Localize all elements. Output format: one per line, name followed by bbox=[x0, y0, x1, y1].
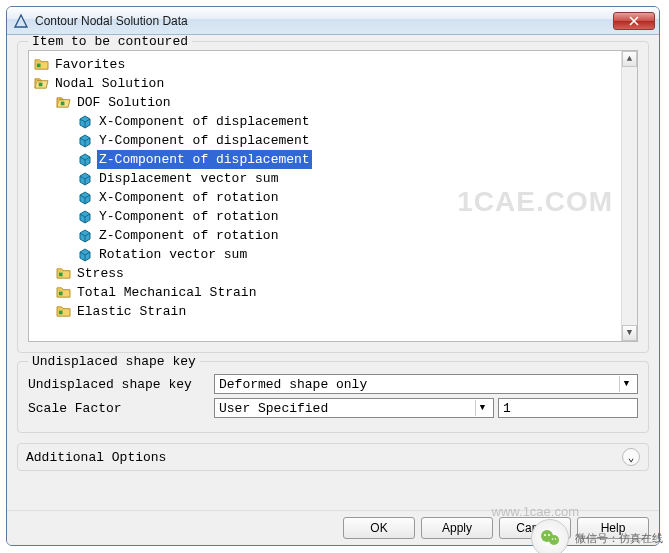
folder-icon bbox=[55, 305, 71, 319]
tree-leaf[interactable]: Z-Component of rotation bbox=[77, 226, 635, 245]
cube-icon bbox=[77, 191, 93, 205]
cancel-button[interactable]: Cancel bbox=[499, 517, 571, 539]
shape-key-legend: Undisplaced shape key bbox=[28, 354, 200, 369]
tree-leaf[interactable]: Displacement vector sum bbox=[77, 169, 635, 188]
contour-fieldset: Item to be contoured 1CAE.COM Favorites bbox=[17, 41, 649, 353]
window-title: Contour Nodal Solution Data bbox=[35, 14, 188, 28]
site-watermark: www.1cae.com bbox=[492, 504, 579, 519]
tree-leaf[interactable]: X-Component of rotation bbox=[77, 188, 635, 207]
tree-leaf[interactable]: Y-Component of displacement bbox=[77, 131, 635, 150]
titlebar: Contour Nodal Solution Data bbox=[7, 7, 659, 35]
tree-view[interactable]: 1CAE.COM Favorites bbox=[28, 50, 638, 342]
scroll-track[interactable] bbox=[622, 67, 637, 325]
expand-icon: ⌄ bbox=[622, 448, 640, 466]
help-button[interactable]: Help bbox=[577, 517, 649, 539]
contour-legend: Item to be contoured bbox=[28, 35, 192, 49]
shape-key-fieldset: Undisplaced shape key Undisplaced shape … bbox=[17, 361, 649, 433]
tree-item-stress[interactable]: Stress bbox=[55, 264, 635, 283]
scroll-up-button[interactable]: ▲ bbox=[622, 51, 637, 67]
scale-factor-input-value: 1 bbox=[503, 401, 511, 416]
tree-leaf[interactable]: Y-Component of rotation bbox=[77, 207, 635, 226]
svg-rect-4 bbox=[58, 292, 62, 296]
cube-icon bbox=[77, 172, 93, 186]
apply-button[interactable]: Apply bbox=[421, 517, 493, 539]
additional-options-toggle[interactable]: Additional Options ⌄ bbox=[17, 443, 649, 471]
cube-icon bbox=[77, 248, 93, 262]
scale-factor-select[interactable]: User Specified ▼ bbox=[214, 398, 494, 418]
folder-open-icon bbox=[55, 96, 71, 110]
scale-factor-value: User Specified bbox=[219, 401, 328, 416]
folder-icon bbox=[55, 267, 71, 281]
svg-rect-1 bbox=[38, 83, 42, 87]
tree-leaf[interactable]: X-Component of displacement bbox=[77, 112, 635, 131]
scale-factor-input[interactable]: 1 bbox=[498, 398, 638, 418]
chevron-down-icon: ▼ bbox=[475, 400, 489, 416]
additional-options-label: Additional Options bbox=[26, 450, 166, 465]
tree-item-tms[interactable]: Total Mechanical Strain bbox=[55, 283, 635, 302]
folder-open-icon bbox=[33, 77, 49, 91]
cube-icon bbox=[77, 115, 93, 129]
folder-icon bbox=[33, 58, 49, 72]
folder-icon bbox=[55, 286, 71, 300]
dialog-window: Contour Nodal Solution Data Item to be c… bbox=[6, 6, 660, 546]
close-icon bbox=[629, 16, 639, 26]
svg-rect-2 bbox=[60, 102, 64, 106]
tree-item-favorites[interactable]: Favorites bbox=[33, 55, 635, 74]
shape-key-select[interactable]: Deformed shape only ▼ bbox=[214, 374, 638, 394]
tree-item-es[interactable]: Elastic Strain bbox=[55, 302, 635, 321]
tree-item-nodal-solution[interactable]: Nodal Solution DOF Solution X-Component … bbox=[33, 74, 635, 321]
tree-item-dof-solution[interactable]: DOF Solution X-Component of displacement… bbox=[55, 93, 635, 264]
tree-leaf[interactable]: Rotation vector sum bbox=[77, 245, 635, 264]
tree-leaf-selected[interactable]: Z-Component of displacement bbox=[77, 150, 635, 169]
svg-rect-5 bbox=[58, 311, 62, 315]
cube-icon bbox=[77, 153, 93, 167]
shape-key-label: Undisplaced shape key bbox=[28, 377, 214, 392]
svg-rect-0 bbox=[36, 64, 40, 68]
scroll-down-button[interactable]: ▼ bbox=[622, 325, 637, 341]
ok-button[interactable]: OK bbox=[343, 517, 415, 539]
tree-scrollbar[interactable]: ▲ ▼ bbox=[621, 51, 637, 341]
close-button[interactable] bbox=[613, 12, 655, 30]
cube-icon bbox=[77, 210, 93, 224]
shape-key-value: Deformed shape only bbox=[219, 377, 367, 392]
scale-factor-label: Scale Factor bbox=[28, 401, 214, 416]
app-icon bbox=[13, 13, 29, 29]
cube-icon bbox=[77, 134, 93, 148]
chevron-down-icon: ▼ bbox=[619, 376, 633, 392]
svg-rect-3 bbox=[58, 273, 62, 277]
cube-icon bbox=[77, 229, 93, 243]
